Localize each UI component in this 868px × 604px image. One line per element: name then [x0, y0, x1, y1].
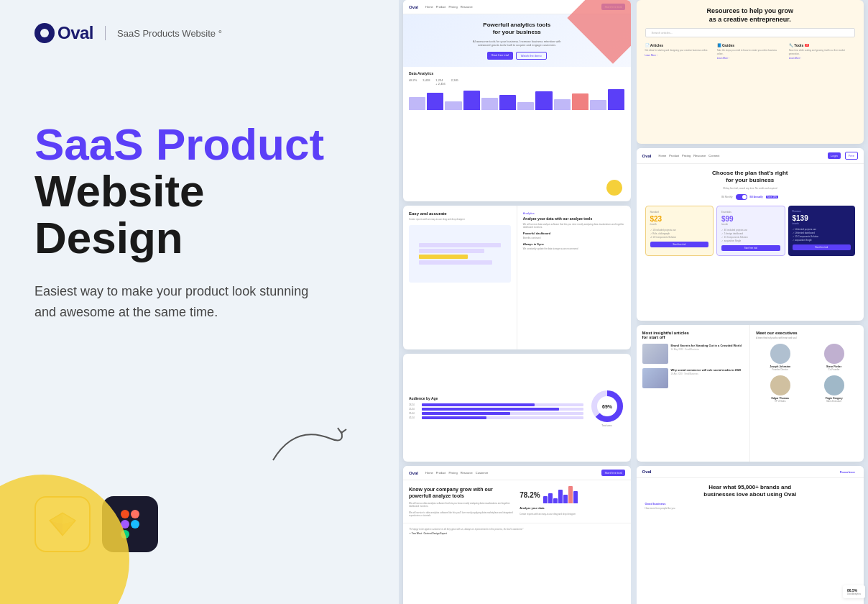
sc-billing-toggle: Bill Monthly Bill Annually Save 18%	[645, 194, 856, 200]
sc-nav-item: Resource	[461, 5, 473, 9]
sc-nav-item: Home	[425, 5, 433, 9]
sc-plan-label-1: Standard	[650, 211, 709, 214]
sc-cta-btn-4: Start free trial	[601, 470, 624, 476]
sc-plan-feat-2a: ✓ 40 included projects use	[721, 229, 780, 232]
sc-article-text-2: Why social commerce will rule social med…	[671, 368, 742, 388]
sc-plan-premium: Premium $139 /month ✓ Unlimited projects…	[788, 206, 856, 256]
description-text: Easiest way to make your product look st…	[34, 281, 322, 323]
screenshot-articles-team: Most insightful articlesfor start off Br…	[637, 325, 864, 462]
screenshot-testimonials: Oval Powerlever Hear what 95,000+ brands…	[637, 466, 864, 604]
sc-stat-3: 1,234+ 2,456	[435, 78, 445, 86]
sc-grow-stats: 78.2%	[520, 486, 624, 503]
sc-start-btn: Start free trial	[487, 52, 513, 60]
sc-team-member-1: Joseph Johnston Founder Director	[756, 344, 804, 371]
sc-plan-cards: Standard $23 /month ✓ 10 included projec…	[645, 206, 856, 256]
sc-grow-sub: We will service to data analytics softwa…	[409, 511, 514, 517]
sc-hear-more: Hear more from people like you	[645, 507, 856, 510]
sc-easy-desc: Create reports with an easy-to-use drag …	[409, 218, 511, 221]
sc-cat-desc-1: Get ideas for starting and designing you…	[645, 49, 711, 52]
sc-plan-standard: Standard $23 /month ✓ 10 included projec…	[645, 206, 714, 256]
sc-articles-title: Most insightful articlesfor start off	[642, 331, 744, 339]
sc-cat-desc-3: Save time while scaling and growing it w…	[789, 49, 855, 55]
sc-grow-desc: We will serous data analysis software th…	[409, 502, 514, 508]
sc-learn-more-1: Learn More ›	[645, 54, 711, 57]
sc-member-role-3: VP of Sales	[775, 400, 786, 403]
sc-team-title: Meet our executives	[756, 331, 858, 335]
sc-testimonials-content: Hear what 95,000+ brands andbusinesses l…	[637, 478, 864, 516]
sc-plan-feat-2b: ✓ 5 design dashboard	[721, 232, 780, 235]
screenshot-easy-analyze: Easy and accurate Create reports with an…	[403, 206, 631, 349]
sc-plan-period-2: /month	[721, 223, 780, 226]
sc-resources-search: Search articles...	[645, 28, 856, 37]
sc-grow-charts: 78.2% Analyze your data Create reports	[520, 486, 624, 517]
sc-team-member-4: Virgie Gregory Sales Executive	[810, 375, 858, 403]
screenshot-pricing: Oval Home Product Pricing Resource Conne…	[637, 148, 864, 321]
sc-analyze-title: Analyze your data with our analyze tools	[523, 216, 625, 221]
left-panel: Oval SaaS Products Website ° SaaS Produc…	[0, 0, 399, 604]
sc-logo-test: Oval	[642, 470, 652, 474]
oval-logo: Oval	[34, 23, 93, 43]
sc-annually-label: Bill Annually	[750, 196, 763, 198]
sc-stat-4: 2,345	[451, 78, 458, 86]
screenshot-audience: Audience by Age 18-24 25-34 35-44	[403, 354, 631, 462]
headline-line2: Website Design	[34, 166, 205, 262]
sc-grow-title: Know your company grow with our powerful…	[409, 486, 514, 499]
sc-plan-feat-3d: ✓ acquisition Single	[793, 239, 851, 242]
sc-audience-title: Audience by Age	[409, 396, 583, 401]
sc-plan-period-3: /month	[793, 222, 851, 225]
sc-resources-content: Resources to help you growas a creative …	[637, 0, 864, 67]
sc-plan-label-2: Essentials	[721, 211, 780, 214]
sc-category-articles: 📄 Articles Get ideas for starting and de…	[645, 43, 711, 59]
screenshot-resources: Resources to help you growas a creative …	[637, 0, 864, 144]
sc-easy-title: Easy and accurate	[409, 211, 511, 216]
sc-category-tools: 🔧 Tools X Save time while scaling and gr…	[789, 43, 855, 59]
sc-stat-2: 3,458	[423, 78, 430, 86]
sc-cat-title-1: 📄 Articles	[645, 43, 711, 47]
sc-analyze-data-label: Analyze your data	[520, 506, 624, 510]
sc-plan-label-3: Premium	[793, 210, 851, 213]
sc-nav-1: Home Product Pricing Resource	[425, 5, 473, 9]
sc-plan-price-2: $99	[721, 215, 780, 223]
sc-header-pricing: Oval Home Product Pricing Resource Conne…	[637, 148, 864, 164]
screenshots-column-1: Oval Home Product Pricing Resource Start…	[399, 0, 631, 604]
sc-article-img-2	[642, 368, 668, 388]
sc-category-guides: 📘 Guides Take the steps you need to know…	[717, 43, 783, 59]
sc-article-text-1: Brand Secrets for Standing Out in a Crow…	[671, 344, 742, 364]
yellow-circle-decoration	[0, 475, 129, 604]
sc-plan-feat-1c: ✗ 15 Components Solution	[650, 236, 709, 239]
sc-nav-item: Pricing	[448, 5, 457, 9]
sc-team-panel: Meet our executives A team that truly wo…	[750, 325, 864, 462]
screenshot-hero-analytics: Oval Home Product Pricing Resource Start…	[403, 0, 631, 201]
sc-analyze-panel: Analytics Analyze your data with our ana…	[517, 206, 631, 349]
svg-rect-6	[121, 510, 129, 518]
sc-plan-feat-2c: ✓ 15 Components Solution	[721, 236, 780, 239]
sc-cat-title-3: 🔧 Tools	[789, 43, 803, 47]
sc-nav-4: Home Product Pricing Resource Customer	[425, 471, 488, 475]
sc-feature-1: Powerful dashboard	[523, 232, 625, 235]
sc-plan-period-1: /month	[650, 223, 709, 226]
sc-testimonial-author: — Tom West · Content Design Expert	[409, 532, 625, 535]
sc-plan-essentials: Essentials $99 /month ✓ 40 included proj…	[716, 206, 785, 256]
sc-nav-pricing: Home Product Pricing Resource Connect	[659, 154, 720, 157]
sc-plan-feat-2d: ✓ acquisition Single	[721, 239, 780, 242]
sc-article-date-2: 18 Apr 2020 · SmallBusiness	[671, 372, 742, 375]
screenshot-grow: Oval Home Product Pricing Resource Custo…	[403, 466, 631, 604]
sc-plan-feat-3c: ✓ 15 Components Solution	[793, 235, 851, 238]
logo-divider	[105, 26, 106, 40]
sc-grow-content: Know your company grow with our powerful…	[403, 480, 631, 523]
arrow-decoration	[266, 417, 352, 475]
sc-testimonial-text: "To happy to be again a customer to all …	[409, 528, 625, 531]
sc-plan-price-1: $23	[650, 215, 709, 223]
sc-plan-btn-3: Start free trial	[793, 244, 851, 250]
sc-header-4: Oval Home Product Pricing Resource Custo…	[403, 466, 631, 480]
sc-tools-badge: X	[805, 44, 809, 47]
sc-bar-chart	[409, 88, 625, 110]
sc-nav-item: Product	[436, 5, 446, 9]
sc-member-role-1: Founder Director	[772, 368, 788, 371]
sc-article-title-2: Why social commerce will rule social med…	[671, 368, 742, 372]
sc-resources-categories: 📄 Articles Get ideas for starting and de…	[645, 43, 856, 59]
headline: SaaS Product Website Design	[34, 121, 364, 261]
sc-analytics-title: Data Analytics	[409, 71, 625, 76]
logo-wordmark: Oval	[57, 23, 93, 43]
logo-subtitle: SaaS Products Website °	[117, 28, 222, 39]
